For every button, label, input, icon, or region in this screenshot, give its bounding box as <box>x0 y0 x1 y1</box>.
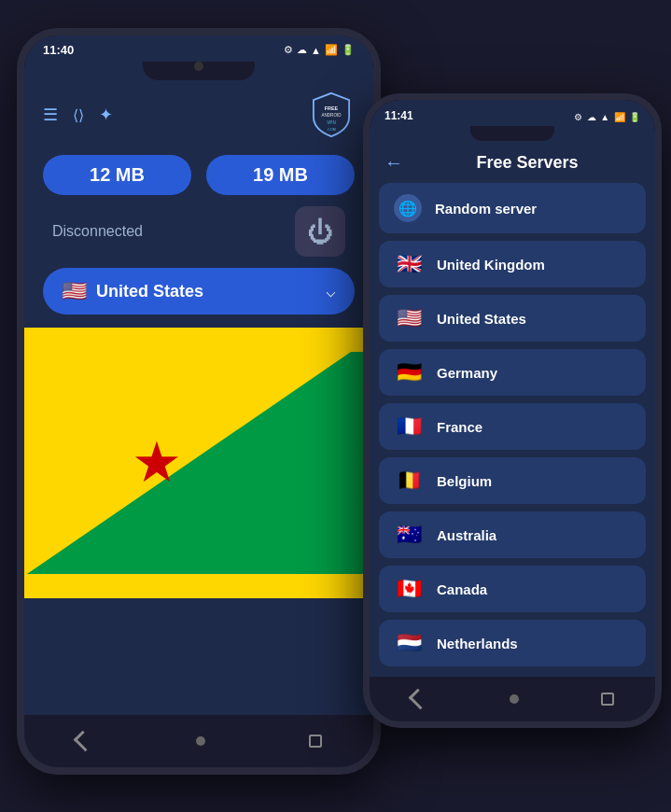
server-item-uk[interactable]: 🇬🇧 United Kingdom <box>379 241 646 287</box>
phone2-status-bar: 11:41 ⚙ ☁ ▲ 📶 🔋 <box>370 100 655 128</box>
free-servers-title: Free Servers <box>414 153 640 173</box>
server-name-us: United States <box>437 311 526 327</box>
phone2-bottom-nav <box>370 677 655 721</box>
phone1-main-content: 12 MB 19 MB Disconnected ⏻ 🇺🇸 United Sta… <box>24 146 373 324</box>
logo-area: FREE ANDROID VPN .COM <box>308 91 355 138</box>
phone2-notch <box>470 126 554 141</box>
back-button[interactable] <box>74 731 95 752</box>
flag-au-icon: 🇦🇺 <box>394 523 424 547</box>
cloud-icon: ☁ <box>297 44 307 56</box>
phone2-device: 11:41 ⚙ ☁ ▲ 📶 🔋 ← Free Servers 🌐 Random … <box>363 93 662 728</box>
phone1-status-bar: 11:40 ⚙ ☁ ▲ 📶 🔋 <box>24 35 373 61</box>
download-value: 12 MB <box>90 164 145 185</box>
server-list: 🌐 Random server 🇬🇧 United Kingdom 🇺🇸 Uni… <box>370 183 655 666</box>
phone1-bottom-nav <box>24 715 373 767</box>
logo-shield-icon: FREE ANDROID VPN .COM <box>308 91 355 138</box>
selected-country-name: United States <box>96 282 203 301</box>
server-item-fr[interactable]: 🇫🇷 France <box>379 403 646 450</box>
back-arrow-button[interactable]: ← <box>384 152 403 174</box>
flag-de-icon: 🇩🇪 <box>394 360 424 385</box>
flag-us-icon: 🇺🇸 <box>394 306 424 330</box>
chevron-down-icon: ⌵ <box>326 281 336 301</box>
flag-ca-icon: 🇨🇦 <box>394 577 424 601</box>
server-name-be: Belgium <box>437 473 492 489</box>
flag-fr-icon: 🇫🇷 <box>394 414 424 439</box>
favorites-icon[interactable]: ✦ <box>99 105 113 125</box>
country-selector[interactable]: 🇺🇸 United States ⌵ <box>43 268 355 315</box>
globe-icon: 🌐 <box>394 194 422 222</box>
flag-star-icon: ★ <box>132 435 182 491</box>
server-name-nl: Netherlands <box>437 636 518 651</box>
download-badge: 12 MB <box>43 155 191 195</box>
phone1-camera <box>194 62 203 71</box>
server-item-us[interactable]: 🇺🇸 United States <box>379 295 646 342</box>
disconnect-row: Disconnected ⏻ <box>43 206 355 257</box>
country-left: 🇺🇸 United States <box>62 279 203 303</box>
svg-text:FREE: FREE <box>325 105 339 111</box>
phone1-device: 11:40 ⚙ ☁ ▲ 📶 🔋 ☰ ⟨⟩ ✦ <box>17 28 381 775</box>
phone2-signal-icon: 📶 <box>614 112 625 122</box>
recents-button[interactable] <box>309 735 322 748</box>
flag-main: ★ <box>24 352 373 574</box>
flag-be-icon: 🇧🇪 <box>394 469 424 493</box>
flag-nl-icon: 🇳🇱 <box>394 631 424 655</box>
phone1-status-icons: ⚙ ☁ ▲ 📶 🔋 <box>284 44 355 56</box>
flag-uk-icon: 🇬🇧 <box>394 252 424 276</box>
server-name-fr: France <box>437 419 482 435</box>
phone2-status-icons: ⚙ ☁ ▲ 📶 🔋 <box>574 107 640 124</box>
phone2-time: 11:41 <box>384 109 413 122</box>
phone1-notch <box>143 62 255 80</box>
phone1-nav-icons: ☰ ⟨⟩ ✦ <box>43 105 113 125</box>
svg-text:.COM: .COM <box>327 128 335 132</box>
phone2-cloud-icon: ☁ <box>587 112 596 122</box>
server-item-de[interactable]: 🇩🇪 Germany <box>379 349 646 396</box>
flag-yellow-triangle <box>24 352 351 574</box>
phone2-settings-icon: ⚙ <box>574 112 582 122</box>
server-item-nl[interactable]: 🇳🇱 Netherlands <box>379 620 646 666</box>
home-button[interactable] <box>196 736 205 746</box>
phone2-home-button[interactable] <box>510 694 519 704</box>
flag-display: ★ <box>24 328 373 598</box>
upload-value: 19 MB <box>253 164 308 185</box>
server-item-random[interactable]: 🌐 Random server <box>379 183 646 233</box>
data-badges-row: 12 MB 19 MB <box>43 155 355 195</box>
server-name-uk: United Kingdom <box>437 257 545 273</box>
server-name-de: Germany <box>437 365 497 381</box>
server-name: Random server <box>435 201 537 217</box>
french-guiana-flag: ★ <box>24 328 373 598</box>
flag-yellow-bottom <box>24 574 373 598</box>
selected-country-flag: 🇺🇸 <box>62 279 87 303</box>
power-button[interactable]: ⏻ <box>295 206 345 257</box>
wifi-icon: ▲ <box>311 45 321 56</box>
phone2-wifi-icon: ▲ <box>600 112 609 122</box>
share-icon[interactable]: ⟨⟩ <box>73 106 84 124</box>
server-item-be[interactable]: 🇧🇪 Belgium <box>379 457 646 504</box>
server-item-au[interactable]: 🇦🇺 Australia <box>379 511 646 558</box>
power-icon: ⏻ <box>307 217 333 247</box>
svg-text:ANDROID: ANDROID <box>322 113 342 118</box>
connection-status: Disconnected <box>52 223 143 240</box>
flag-yellow-top <box>24 328 373 352</box>
server-name-ca: Canada <box>437 581 487 597</box>
phone2-back-button[interactable] <box>409 689 430 710</box>
signal-icon: 📶 <box>325 44 338 56</box>
svg-text:VPN: VPN <box>327 120 335 125</box>
settings-icon: ⚙ <box>284 44 293 56</box>
phone1-topnav: ☰ ⟨⟩ ✦ FREE ANDROID VPN .COM <box>24 84 373 146</box>
menu-icon[interactable]: ☰ <box>43 105 58 125</box>
phone2-battery-icon: 🔋 <box>629 112 640 122</box>
server-name-au: Australia <box>437 527 496 543</box>
phone2-recents-button[interactable] <box>601 693 614 706</box>
upload-badge: 19 MB <box>206 155 355 195</box>
battery-icon: 🔋 <box>342 44 355 56</box>
server-item-ca[interactable]: 🇨🇦 Canada <box>379 566 646 612</box>
phone1-time: 11:40 <box>43 43 74 57</box>
phone2-header: ← Free Servers <box>370 143 655 183</box>
